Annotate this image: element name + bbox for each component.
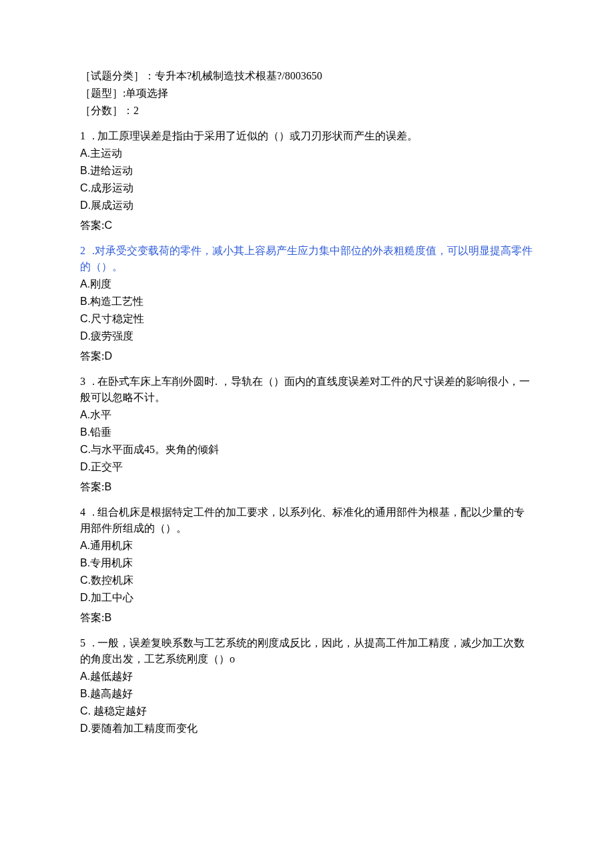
option-text: 成形运动 <box>91 182 133 193</box>
option: D.正交平 <box>80 459 534 475</box>
option-letter: C. <box>80 444 91 455</box>
option-text: 加工中心 <box>91 592 133 603</box>
option: D.要随着加工精度而变化 <box>80 721 534 737</box>
option: C.数控机床 <box>80 572 534 588</box>
option: C.尺寸稳定性 <box>80 311 534 327</box>
option-text: 展成运动 <box>91 199 133 211</box>
option: C.成形运动 <box>80 180 534 196</box>
option: A.水平 <box>80 407 534 423</box>
question-text: . 组合机床是根据特定工件的加工要求，以系列化、标准化的通用部件为根基，配以少量… <box>80 506 525 534</box>
document-page: ［试题分类］：专升本?机械制造技术根基?/8003650 ［题型］:单项选择 ［… <box>0 0 614 868</box>
option-text: 水平 <box>90 409 111 420</box>
option-text: 进给运动 <box>90 165 133 176</box>
option-letter: C. <box>80 705 91 717</box>
option: B.进给运动 <box>80 163 534 179</box>
option-text: 构造工艺性 <box>90 296 143 307</box>
option-text: 越稳定越好 <box>91 705 147 717</box>
option: A.主运动 <box>80 145 534 161</box>
question-stem: 3 . 在卧式车床上车削外圆时. ，导轨在（）面内的直线度误差对工件的尺寸误差的… <box>80 374 534 406</box>
answer: 答案:D <box>80 348 534 364</box>
answer: 答案:B <box>80 610 534 626</box>
option-letter: B. <box>80 688 90 699</box>
option-letter: D. <box>80 199 91 211</box>
option-text: 与水平面成45。夹角的倾斜 <box>91 444 219 455</box>
answer-label: 答案: <box>80 612 104 623</box>
question-stem: 1 . 加工原理误差是指由于采用了近似的（）或刀刃形状而产生的误差。 <box>80 128 534 144</box>
answer-value: B <box>104 612 111 623</box>
question-text: . 加工原理误差是指由于采用了近似的（）或刀刃形状而产生的误差。 <box>89 130 418 141</box>
answer: 答案:C <box>80 218 534 234</box>
option: C.与水平面成45。夹角的倾斜 <box>80 442 534 458</box>
option-text: 数控机床 <box>91 574 133 586</box>
answer-value: D <box>104 350 112 362</box>
question-number: 3 <box>80 376 85 387</box>
option-letter: A. <box>80 147 90 159</box>
question-text: .对承受交变载荷的零件，减小其上容易产生应力集中部位的外表粗糙度值，可以明显提高… <box>80 245 533 272</box>
option-letter: B. <box>80 557 90 568</box>
question-text: . 在卧式车床上车削外圆时. ，导轨在（）面内的直线度误差对工件的尺寸误差的影响… <box>80 376 530 403</box>
option-letter: D. <box>80 592 91 603</box>
meta-score: ［分数］：2 <box>80 103 534 119</box>
option-letter: A. <box>80 671 90 682</box>
option-letter: A. <box>80 540 90 551</box>
option: D.疲劳强度 <box>80 328 534 344</box>
option-letter: A. <box>80 278 90 290</box>
option-letter: C. <box>80 182 91 193</box>
answer-value: B <box>104 481 111 492</box>
option-letter: D. <box>80 330 91 342</box>
option-text: 正交平 <box>91 461 123 472</box>
option: D.加工中心 <box>80 590 534 606</box>
option: B.构造工艺性 <box>80 294 534 310</box>
meta-type: ［题型］:单项选择 <box>80 85 534 101</box>
option-letter: D. <box>80 461 91 472</box>
option-text: 要随着加工精度而变化 <box>91 723 198 734</box>
option: B.越高越好 <box>80 686 534 702</box>
option: A.通用机床 <box>80 538 534 554</box>
answer-label: 答案: <box>80 481 104 492</box>
option-text: 铅垂 <box>90 426 111 438</box>
question-stem: 2 .对承受交变载荷的零件，减小其上容易产生应力集中部位的外表粗糙度值，可以明显… <box>80 243 534 275</box>
question-number: 2 <box>80 245 85 256</box>
answer: 答案:B <box>80 479 534 495</box>
question-number: 4 <box>80 506 85 518</box>
option: D.展成运动 <box>80 197 534 213</box>
question-number: 1 <box>80 130 85 141</box>
option-letter: B. <box>80 426 90 438</box>
option-letter: B. <box>80 165 90 176</box>
option-letter: D. <box>80 723 91 734</box>
option-letter: C. <box>80 574 91 586</box>
answer-value: C <box>104 220 112 231</box>
question-stem: 4 . 组合机床是根据特定工件的加工要求，以系列化、标准化的通用部件为根基，配以… <box>80 504 534 536</box>
option-text: 越低越好 <box>90 671 133 682</box>
option-letter: C. <box>80 313 91 324</box>
option: C. 越稳定越好 <box>80 703 534 719</box>
question-number: 5 <box>80 637 85 648</box>
question-stem: 5 . 一般，误差复映系数与工艺系统的刚度成反比，因此，从提高工件加工精度，减少… <box>80 635 534 667</box>
option-text: 通用机床 <box>90 540 133 551</box>
question-text: . 一般，误差复映系数与工艺系统的刚度成反比，因此，从提高工件加工精度，减少加工… <box>80 637 525 665</box>
option: B.专用机床 <box>80 555 534 571</box>
option: A.刚度 <box>80 276 534 292</box>
option-text: 刚度 <box>90 278 111 290</box>
option-letter: B. <box>80 296 90 307</box>
option: A.越低越好 <box>80 669 534 685</box>
option-text: 疲劳强度 <box>91 330 133 342</box>
answer-label: 答案: <box>80 350 104 362</box>
option-text: 专用机床 <box>90 557 133 568</box>
option-text: 越高越好 <box>90 688 133 699</box>
answer-label: 答案: <box>80 220 104 231</box>
option-text: 尺寸稳定性 <box>91 313 144 324</box>
meta-category: ［试题分类］：专升本?机械制造技术根基?/8003650 <box>80 68 534 84</box>
option-text: 主运动 <box>90 147 122 159</box>
option: B.铅垂 <box>80 424 534 440</box>
option-letter: A. <box>80 409 90 420</box>
